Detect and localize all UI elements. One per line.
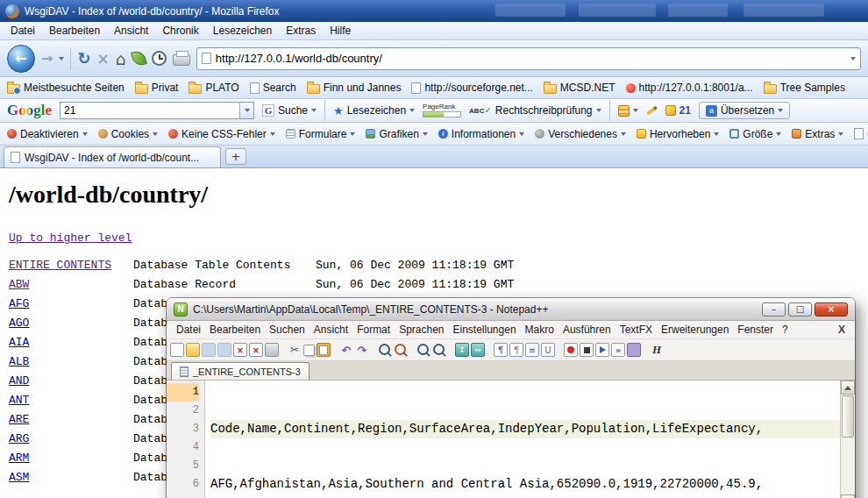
npp-menu-help[interactable]: ? bbox=[778, 322, 793, 338]
google-bookmarks-button[interactable]: ★ Lesezeichen bbox=[333, 104, 415, 117]
new-tab-button[interactable]: + bbox=[225, 148, 246, 165]
record-macro-icon[interactable] bbox=[564, 343, 578, 357]
menu-lesezeichen[interactable]: Lesezeichen bbox=[206, 23, 279, 39]
bookmark-tree-samples[interactable]: Tree Samples bbox=[764, 82, 845, 94]
vertical-scrollbar[interactable] bbox=[840, 381, 855, 498]
entry-link-ago[interactable]: AGO bbox=[9, 317, 29, 330]
devbar-formulare[interactable]: Formulare bbox=[286, 128, 356, 140]
entry-link-asm[interactable]: ASM bbox=[9, 471, 29, 484]
entry-link-and[interactable]: AND bbox=[9, 374, 29, 388]
bookmark-meistbesuchte-seiten[interactable]: Meistbesuchte Seiten bbox=[7, 82, 125, 94]
npp-menu-suchen[interactable]: Suchen bbox=[265, 322, 309, 338]
minimize-button[interactable]: – bbox=[762, 302, 786, 317]
entry-link-arm[interactable]: ARM bbox=[9, 452, 29, 465]
home-button[interactable]: ⌂ bbox=[116, 49, 126, 68]
open-folder-icon[interactable] bbox=[186, 343, 200, 357]
history-clock-icon[interactable] bbox=[152, 51, 167, 66]
highlighter-button[interactable] bbox=[646, 109, 658, 112]
scrollbar-thumb[interactable] bbox=[842, 395, 854, 438]
save-icon[interactable] bbox=[202, 343, 216, 357]
word-wrap-icon[interactable] bbox=[494, 343, 508, 357]
cut-icon[interactable] bbox=[288, 343, 302, 357]
devbar-deaktivieren[interactable]: Deaktivieren bbox=[7, 128, 88, 140]
entry-link-are[interactable]: ARE bbox=[9, 413, 29, 426]
bookmark-localhost-8001[interactable]: http://127.0.0.1:8001/a... bbox=[626, 82, 753, 94]
save-macro-icon[interactable] bbox=[627, 343, 641, 357]
paste-icon[interactable] bbox=[317, 343, 331, 357]
entry-link-afg[interactable]: AFG bbox=[9, 297, 29, 310]
close-document-x[interactable]: X bbox=[834, 322, 850, 338]
bookmark-privat[interactable]: Privat bbox=[135, 82, 179, 94]
bookmark-plato[interactable]: PLATO bbox=[189, 82, 238, 94]
url-bar[interactable] bbox=[196, 47, 861, 70]
devbar-informationen[interactable]: Informationen bbox=[438, 128, 524, 140]
npp-menu-ausfuehren[interactable]: Ausführen bbox=[559, 322, 615, 338]
zoom-out-icon[interactable] bbox=[432, 343, 446, 357]
close-all-files-icon[interactable] bbox=[249, 343, 263, 357]
npp-menu-textfx[interactable]: TextFX bbox=[615, 322, 657, 338]
bookmark-finn-und-jannes[interactable]: Finn und Jannes bbox=[307, 82, 402, 94]
autofill-button[interactable] bbox=[618, 105, 638, 117]
spellcheck-button[interactable]: ABC✓ Rechtschreibprüfung bbox=[469, 104, 601, 117]
npp-menu-format[interactable]: Format bbox=[352, 322, 395, 338]
entry-link-aia[interactable]: AIA bbox=[9, 336, 29, 349]
entry-link-arg[interactable]: ARG bbox=[9, 432, 29, 445]
textfx-icon[interactable] bbox=[650, 343, 664, 357]
new-file-icon[interactable] bbox=[170, 343, 184, 357]
find-icon[interactable] bbox=[378, 343, 392, 357]
npp-menu-datei[interactable]: Datei bbox=[172, 322, 205, 338]
user-defined-dialog-icon[interactable] bbox=[541, 343, 555, 357]
sync-scroll-horizontal-icon[interactable] bbox=[471, 343, 485, 357]
devbar-quelltext[interactable]: Quellte bbox=[854, 128, 868, 140]
show-all-characters-icon[interactable] bbox=[509, 343, 523, 357]
google-search-dropdown[interactable] bbox=[239, 103, 253, 118]
scroll-up-button[interactable] bbox=[841, 381, 855, 395]
save-all-icon[interactable] bbox=[217, 343, 231, 357]
npp-menu-bearbeiten[interactable]: Bearbeiten bbox=[205, 322, 265, 338]
sync-scroll-vertical-icon[interactable] bbox=[455, 343, 469, 357]
translate-button[interactable]: Übersetzen bbox=[699, 102, 790, 119]
stop-macro-icon[interactable] bbox=[580, 343, 594, 357]
undo-icon[interactable] bbox=[339, 343, 353, 357]
menu-bearbeiten[interactable]: Bearbeiten bbox=[42, 23, 107, 39]
entry-link-alb[interactable]: ALB bbox=[9, 355, 29, 368]
entry-link-ant[interactable]: ANT bbox=[9, 394, 29, 407]
new-page-leaf-icon[interactable] bbox=[131, 49, 147, 67]
devbar-groesse[interactable]: Größe bbox=[729, 128, 781, 140]
bookmark-search[interactable]: Search bbox=[250, 82, 296, 94]
devbar-grafiken[interactable]: Grafiken bbox=[366, 128, 427, 140]
scroll-down-button[interactable] bbox=[841, 494, 855, 498]
close-button[interactable]: × bbox=[815, 302, 848, 317]
editor-area[interactable]: 1 2 3 4 5 6 Code,Name,Continent,Region,S… bbox=[167, 381, 855, 498]
history-dropdown-icon[interactable] bbox=[59, 57, 64, 60]
maximize-button[interactable]: □ bbox=[788, 302, 812, 317]
menu-hilfe[interactable]: Hilfe bbox=[323, 23, 358, 39]
pagerank-widget[interactable]: PageRank bbox=[423, 103, 461, 117]
menu-datei[interactable]: Datei bbox=[4, 23, 42, 39]
stop-button[interactable]: × bbox=[97, 50, 110, 68]
close-file-icon[interactable] bbox=[233, 343, 247, 357]
url-dropdown-icon[interactable] bbox=[850, 57, 856, 60]
url-input[interactable] bbox=[216, 52, 846, 65]
google-search-box[interactable] bbox=[60, 102, 254, 119]
refresh-button[interactable]: ↻ bbox=[77, 49, 90, 68]
print-file-icon[interactable] bbox=[265, 343, 279, 357]
run-macro-multiple-icon[interactable] bbox=[611, 343, 625, 357]
bookmark-mcsd-net[interactable]: MCSD.NET bbox=[544, 82, 615, 94]
notepad-title-bar[interactable]: C:\Users\Martin\AppData\Local\Temp\_ENTI… bbox=[167, 298, 855, 321]
document-tab[interactable]: _ENTIRE_CONTENTS-3 bbox=[171, 362, 309, 380]
forward-button[interactable]: → bbox=[41, 50, 53, 67]
copy-icon[interactable] bbox=[303, 345, 315, 356]
replace-icon[interactable] bbox=[394, 343, 408, 357]
up-to-higher-level-link[interactable]: Up to higher level bbox=[9, 231, 132, 245]
npp-menu-sprachen[interactable]: Sprachen bbox=[395, 322, 448, 338]
devbar-css[interactable]: Keine CSS-Fehler bbox=[168, 128, 275, 140]
print-icon[interactable] bbox=[173, 54, 190, 66]
menu-ansicht[interactable]: Ansicht bbox=[107, 23, 155, 39]
devbar-hervorheben[interactable]: Hervorheben bbox=[637, 128, 719, 140]
site-favicon[interactable] bbox=[202, 53, 211, 64]
npp-menu-ansicht[interactable]: Ansicht bbox=[309, 322, 352, 338]
npp-menu-fenster[interactable]: Fenster bbox=[733, 322, 778, 338]
google-search-button[interactable]: G Suche bbox=[262, 104, 317, 117]
indent-guide-icon[interactable] bbox=[525, 343, 539, 357]
